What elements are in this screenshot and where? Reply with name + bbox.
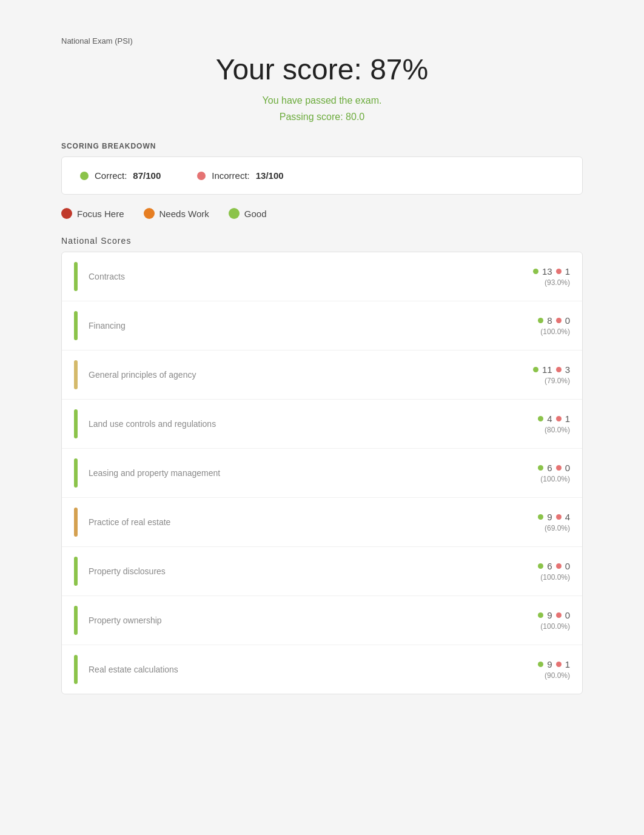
row-counts: 8 0 bbox=[538, 315, 570, 326]
needs-icon bbox=[144, 208, 155, 219]
correct-dot bbox=[533, 367, 538, 372]
correct-dot bbox=[538, 514, 543, 520]
focus-icon bbox=[61, 208, 72, 219]
scoring-breakdown-title: SCORING BREAKDOWN bbox=[61, 142, 583, 150]
correct-dot bbox=[538, 416, 543, 421]
score-heading: Your score: 87% bbox=[61, 53, 583, 86]
row-label: Land use controls and regulations bbox=[89, 419, 497, 429]
correct-dot bbox=[533, 269, 538, 274]
table-row: Practice of real estate 9 4 (69.0%) bbox=[62, 498, 582, 547]
row-label: Real estate calculations bbox=[89, 665, 497, 674]
row-indicator bbox=[74, 262, 78, 291]
incorrect-count: 1 bbox=[565, 414, 570, 424]
row-stats: 4 1 (80.0%) bbox=[497, 414, 570, 434]
correct-count: 9 bbox=[547, 610, 552, 620]
incorrect-count: 1 bbox=[565, 266, 570, 277]
row-counts: 13 1 bbox=[533, 266, 570, 277]
table-row: Real estate calculations 9 1 (90.0%) bbox=[62, 645, 582, 694]
table-row: Leasing and property management 6 0 (100… bbox=[62, 449, 582, 498]
row-label: Contracts bbox=[89, 272, 497, 281]
exam-label: National Exam (PSI) bbox=[61, 36, 583, 45]
incorrect-dot bbox=[556, 514, 562, 520]
correct-dot bbox=[538, 612, 543, 618]
table-row: Property disclosures 6 0 (100.0%) bbox=[62, 547, 582, 596]
scoring-card: Correct: 87/100 Incorrect: 13/100 bbox=[61, 156, 583, 195]
table-row: Financing 8 0 (100.0%) bbox=[62, 301, 582, 350]
correct-value: 87/100 bbox=[133, 170, 161, 181]
row-indicator bbox=[74, 508, 78, 537]
row-label: Property disclosures bbox=[89, 566, 497, 576]
legend-needs: Needs Work bbox=[144, 208, 209, 219]
row-stats: 9 4 (69.0%) bbox=[497, 512, 570, 532]
incorrect-dot bbox=[556, 662, 562, 667]
incorrect-count: 3 bbox=[565, 364, 570, 375]
row-counts: 9 0 bbox=[538, 610, 570, 620]
row-percent: (100.0%) bbox=[540, 622, 570, 631]
incorrect-count: 1 bbox=[565, 659, 570, 669]
correct-count: 9 bbox=[547, 512, 552, 522]
row-stats: 8 0 (100.0%) bbox=[497, 315, 570, 336]
row-stats: 11 3 (79.0%) bbox=[497, 364, 570, 385]
row-percent: (80.0%) bbox=[545, 426, 570, 434]
legend-good: Good bbox=[229, 208, 267, 219]
legend-row: Focus Here Needs Work Good bbox=[61, 208, 583, 219]
correct-dot bbox=[538, 318, 543, 323]
incorrect-label: Incorrect: bbox=[212, 170, 250, 181]
row-indicator bbox=[74, 655, 78, 684]
row-indicator bbox=[74, 606, 78, 635]
incorrect-dot bbox=[556, 563, 562, 569]
row-stats: 6 0 (100.0%) bbox=[497, 561, 570, 582]
row-label: Financing bbox=[89, 321, 497, 330]
incorrect-dot bbox=[556, 269, 562, 274]
good-label: Good bbox=[244, 209, 267, 219]
row-indicator bbox=[74, 311, 78, 340]
good-icon bbox=[229, 208, 240, 219]
correct-label: Correct: bbox=[95, 170, 127, 181]
incorrect-count: 0 bbox=[565, 610, 570, 620]
passing-score: Passing score: 80.0 bbox=[61, 109, 583, 125]
row-label: Leasing and property management bbox=[89, 468, 497, 478]
correct-score: Correct: 87/100 bbox=[80, 170, 161, 181]
row-indicator bbox=[74, 557, 78, 586]
correct-count: 4 bbox=[547, 414, 552, 424]
correct-count: 6 bbox=[547, 463, 552, 473]
row-label: General principles of agency bbox=[89, 370, 497, 380]
row-counts: 6 0 bbox=[538, 463, 570, 473]
row-indicator bbox=[74, 360, 78, 389]
row-stats: 9 0 (100.0%) bbox=[497, 610, 570, 631]
row-percent: (100.0%) bbox=[540, 475, 570, 483]
incorrect-dot bbox=[556, 612, 562, 618]
correct-count: 13 bbox=[542, 266, 552, 277]
correct-dot bbox=[80, 172, 89, 180]
row-counts: 9 4 bbox=[538, 512, 570, 522]
legend-focus: Focus Here bbox=[61, 208, 124, 219]
row-percent: (90.0%) bbox=[545, 671, 570, 680]
correct-count: 11 bbox=[542, 364, 552, 375]
incorrect-count: 0 bbox=[565, 561, 570, 571]
table-row: Contracts 13 1 (93.0%) bbox=[62, 252, 582, 301]
incorrect-dot bbox=[197, 172, 206, 180]
correct-count: 9 bbox=[547, 659, 552, 669]
correct-dot bbox=[538, 662, 543, 667]
row-counts: 6 0 bbox=[538, 561, 570, 571]
incorrect-value: 13/100 bbox=[256, 170, 284, 181]
table-row: Property ownership 9 0 (100.0%) bbox=[62, 596, 582, 645]
row-label: Property ownership bbox=[89, 615, 497, 625]
row-percent: (100.0%) bbox=[540, 573, 570, 582]
correct-count: 8 bbox=[547, 315, 552, 326]
incorrect-count: 4 bbox=[565, 512, 570, 522]
row-counts: 11 3 bbox=[533, 364, 570, 375]
row-counts: 9 1 bbox=[538, 659, 570, 669]
row-percent: (100.0%) bbox=[540, 327, 570, 336]
table-row: General principles of agency 11 3 (79.0%… bbox=[62, 350, 582, 400]
national-scores-section: Contracts 13 1 (93.0%) Financing 8 0 (10… bbox=[61, 252, 583, 694]
row-percent: (93.0%) bbox=[545, 278, 570, 287]
table-row: Land use controls and regulations 4 1 (8… bbox=[62, 400, 582, 449]
pass-message: You have passed the exam. bbox=[61, 92, 583, 109]
incorrect-dot bbox=[556, 318, 562, 323]
correct-dot bbox=[538, 563, 543, 569]
incorrect-count: 0 bbox=[565, 463, 570, 473]
correct-dot bbox=[538, 465, 543, 471]
correct-count: 6 bbox=[547, 561, 552, 571]
row-stats: 13 1 (93.0%) bbox=[497, 266, 570, 287]
